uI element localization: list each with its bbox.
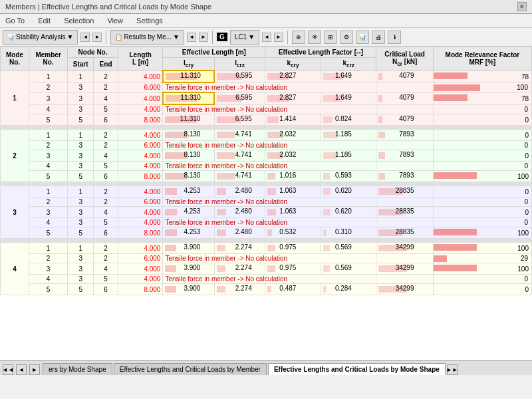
toolbar-divider-2 [212,31,213,44]
member-cell: 5 [29,114,68,126]
table-row: 2 3 2 6.000 Tensile force in member -> N… [1,82,532,92]
menu-bar: Go To Edit Selection View Settings [0,14,532,28]
excel-icon[interactable]: 📊 [356,31,369,44]
results-dropdown-arrow-icon: ▼ [173,33,180,41]
node-end: 5 [94,218,118,227]
lc-dropdown[interactable]: LC1 ▼ [230,30,259,45]
mrf-bar-cell: 78 [433,92,531,104]
node-end: 2 [94,254,118,263]
lcrz-cell: 6.595 [214,92,265,104]
member-cell: 4 [29,104,68,114]
tab-next-single-btn[interactable]: ► [29,364,40,375]
menu-view[interactable]: View [104,15,126,26]
mrf-bar-cell: 100 [433,171,531,182]
menu-goto[interactable]: Go To [3,15,27,26]
toolbar: 📊 Stability Analysis ▼ ◄ ► 📋 Results by … [0,28,532,47]
tab-by-mode-shape-short[interactable]: ers by Mode Shape [43,363,112,375]
menu-selection[interactable]: Selection [61,15,96,26]
ncr-cell [376,198,433,207]
ncr-cell: 7893 [376,150,433,162]
kcry-cell: 2.827 [265,92,321,104]
tensile-msg: Tensile force in member -> No calculatio… [163,141,376,150]
mrf-bar-cell: 0 [433,150,531,162]
table-row: 2 1 1 2 4.000 8.130 4.741 2.032 [1,130,532,141]
member-cell: 3 [29,92,68,104]
member-cell: 1 [29,186,68,198]
member-cell: 1 [29,130,68,141]
ncr-cell [376,141,433,150]
node-start: 3 [68,82,94,92]
table-container: ModeNo. MemberNo. Node No. LengthL [m] E… [0,47,532,360]
close-button[interactable]: ✕ [517,2,527,11]
tensile-msg: Tensile force in member -> No calculatio… [163,198,376,207]
node-start: 3 [68,162,94,171]
lc-prev-btn[interactable]: ◄ [262,33,271,42]
member-cell: 3 [29,150,68,162]
mrf-bar-cell: 0 [433,130,531,141]
node-end: 5 [94,104,118,114]
menu-settings[interactable]: Settings [134,15,166,26]
length-cell: 6.000 [118,198,162,207]
length-cell: 4.000 [118,162,162,171]
tab-label-mode: Effective Lengths and Critical Loads by … [274,366,440,373]
stability-prev-btn[interactable]: ◄ [80,33,90,42]
mrf-bar-cell: 0 [433,284,531,295]
mrf-value: 0 [525,132,530,139]
tab-by-mode-shape[interactable]: Effective Lengths and Critical Loads by … [268,363,446,375]
node-start: 3 [68,150,94,162]
results-prev-btn[interactable]: ◄ [187,33,196,42]
mrf-bar-cell: 0 [433,162,531,171]
stability-analysis-label: Stability Analysis [16,33,65,41]
mrf-bar-cell: 0 [433,275,531,284]
ncr-cell: 34299 [376,263,433,275]
stability-next-btn[interactable]: ► [92,33,102,42]
kcry-cell: 2.032 [265,150,321,162]
node-end: 2 [94,70,118,82]
options-icon[interactable]: ⚙ [340,31,353,44]
menu-edit[interactable]: Edit [35,15,53,26]
mrf-bar-cell: 0 [433,198,531,207]
tab-next-btn[interactable]: ►► [447,364,458,375]
tensile-msg: Tensile force in member -> No calculatio… [163,162,376,171]
print-icon[interactable]: 🖨 [372,31,385,44]
length-cell: 8.000 [118,114,162,126]
node-end: 2 [94,141,118,150]
node-end: 2 [94,198,118,207]
info-icon[interactable]: ℹ [388,31,401,44]
results-next-btn[interactable]: ► [199,33,208,42]
kcrz-cell: 0.593 [321,171,376,182]
col-header-lcrz: lcrz [214,58,265,71]
tab-by-member[interactable]: Effective Lengths and Critical Loads by … [114,363,267,375]
length-cell: 4.000 [118,70,162,82]
mrf-bar-cell: 100 [433,263,531,275]
col-header-mrf: Mode Relevance FactorMRF [%] [433,47,531,71]
tab-prev-single-btn[interactable]: ◄ [16,364,27,375]
stability-analysis-dropdown[interactable]: 📊 Stability Analysis ▼ [3,30,78,45]
lc-next-btn[interactable]: ► [274,33,283,42]
lcry-cell: 4.253 [163,207,214,218]
select-icon[interactable]: ⊕ [292,31,305,44]
ncr-cell: 7893 [376,130,433,141]
tab-bar: ◄◄ ◄ ► ers by Mode Shape Effective Lengt… [0,360,532,375]
length-cell: 4.000 [118,130,162,141]
lcrz-cell: 6.595 [214,70,265,82]
member-cell: 5 [29,284,68,295]
table-row: 4 1 1 2 4.000 3.900 2.274 0.975 [1,243,532,254]
filter-icon[interactable]: ⊞ [324,31,337,44]
lcry-cell: 3.900 [163,263,214,275]
lcrz-cell: 2.480 [214,186,265,198]
lcrz-cell: 2.274 [214,263,265,275]
col-header-node: Node No. [68,47,118,58]
view-icon[interactable]: 👁 [308,31,321,44]
ncr-cell: 4079 [376,92,433,104]
ncr-cell: 28835 [376,207,433,218]
ncr-cell: 7893 [376,171,433,182]
tensile-msg: Tensile force in member -> No calculatio… [163,218,376,227]
node-start: 5 [68,284,94,295]
col-header-mode: ModeNo. [1,47,29,71]
tab-prev-btn[interactable]: ◄◄ [3,364,13,375]
node-end: 6 [94,171,118,182]
node-start: 3 [68,198,94,207]
ncr-cell: 34299 [376,284,433,295]
results-dropdown[interactable]: 📋 Results by Me... ▼ [110,30,184,45]
